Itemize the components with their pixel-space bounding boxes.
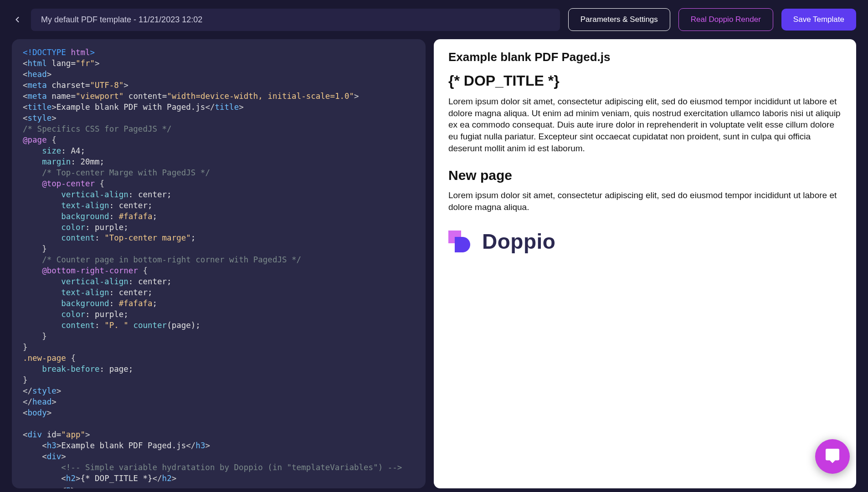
workarea: <!DOCTYPE html> <html lang="fr"> <head> … bbox=[12, 39, 856, 488]
chat-icon bbox=[824, 447, 841, 466]
code-editor[interactable]: <!DOCTYPE html> <html lang="fr"> <head> … bbox=[12, 39, 426, 488]
save-template-button[interactable]: Save Template bbox=[781, 9, 856, 31]
preview-paragraph-1: Lorem ipsum dolor sit amet, consectetur … bbox=[448, 96, 842, 154]
doppio-logo-wordmark: Doppio bbox=[482, 229, 555, 254]
preview-pane: Example blank PDF Paged.js {* DOP_TITLE … bbox=[434, 39, 856, 488]
chat-fab-button[interactable] bbox=[815, 439, 850, 474]
top-toolbar: Parameters & Settings Real Doppio Render… bbox=[12, 0, 856, 39]
code-content[interactable]: <!DOCTYPE html> <html lang="fr"> <head> … bbox=[23, 47, 415, 488]
real-doppio-render-button[interactable]: Real Doppio Render bbox=[678, 8, 773, 31]
doppio-logo: Doppio bbox=[448, 229, 842, 254]
doppio-logo-icon bbox=[448, 231, 470, 252]
preview-heading-h3: Example blank PDF Paged.js bbox=[448, 50, 842, 64]
back-chevron-icon[interactable] bbox=[12, 14, 23, 25]
preview-heading-title-var: {* DOP_TITLE *} bbox=[448, 72, 842, 89]
preview-paragraph-2: Lorem ipsum dolor sit amet, consectetur … bbox=[448, 190, 842, 213]
preview-heading-new-page: New page bbox=[448, 168, 842, 183]
parameters-settings-button[interactable]: Parameters & Settings bbox=[568, 8, 670, 31]
template-name-input[interactable] bbox=[31, 9, 560, 31]
